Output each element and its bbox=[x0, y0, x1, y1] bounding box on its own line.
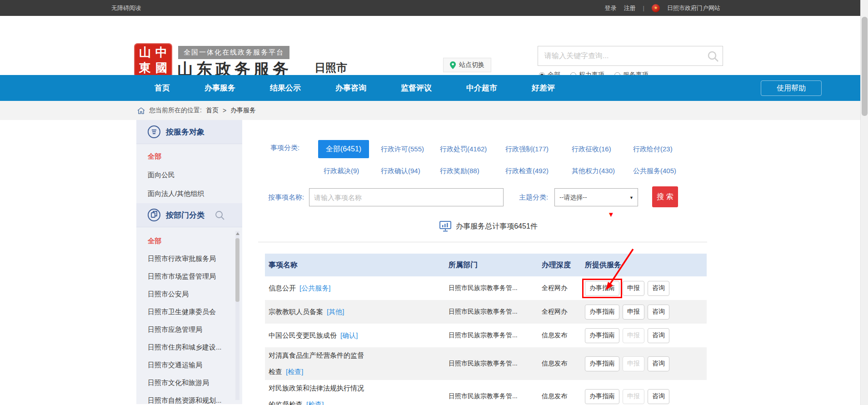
service-button[interactable]: 办事指南 bbox=[585, 328, 619, 343]
category-filter-label: 事项分类: bbox=[270, 144, 299, 152]
service-button[interactable]: 咨询 bbox=[648, 305, 669, 320]
sidebar-item[interactable]: 全部 bbox=[136, 147, 242, 165]
help-button[interactable]: 使用帮助 bbox=[761, 80, 822, 96]
service-button[interactable]: 申报 bbox=[623, 281, 644, 296]
service-button[interactable]: 申报 bbox=[623, 305, 644, 320]
login-link[interactable]: 登录 bbox=[605, 4, 617, 12]
service-button[interactable]: 办事指南 bbox=[585, 356, 619, 371]
sidebar-department-item[interactable]: 日照市卫生健康委员会 bbox=[136, 303, 242, 320]
department-cell: 日照市民族宗教事务管... bbox=[449, 360, 542, 368]
portal-site-link[interactable]: 日照市政府门户网站 bbox=[667, 4, 720, 12]
sidebar-department-item[interactable]: 日照市交通运输局 bbox=[136, 356, 242, 374]
depth-cell: 全程网办 bbox=[542, 284, 585, 292]
service-button[interactable]: 咨询 bbox=[648, 281, 669, 296]
stats-chart-icon bbox=[439, 221, 451, 232]
item-name-wrap: 中国公民变更民族成份[确认] bbox=[269, 327, 369, 344]
topic-category-label: 主题分类: bbox=[519, 188, 548, 206]
sidebar-department-item[interactable]: 日照市住房和城乡建设... bbox=[136, 338, 242, 356]
breadcrumb-separator: > bbox=[223, 107, 226, 114]
sidebar-scrollbar-thumb[interactable] bbox=[235, 238, 239, 302]
sidebar-department-item[interactable]: 日照市市场监督管理局 bbox=[136, 267, 242, 285]
sidebar-department-item[interactable]: 日照市自然资源和规划... bbox=[136, 391, 242, 404]
sidebar-department-item[interactable]: 全部 bbox=[136, 232, 242, 250]
service-button[interactable]: 咨询 bbox=[648, 356, 669, 371]
nav-item[interactable]: 办事服务 bbox=[205, 75, 235, 101]
sidebar-department-item[interactable]: 日照市行政审批服务局 bbox=[136, 250, 242, 267]
table-row: 对民族政策和法律法规执行情况的监督检查[检查]日照市民族宗教事务管...信息发布… bbox=[265, 380, 707, 405]
page-scrollbar-thumb[interactable] bbox=[862, 17, 868, 116]
category-link[interactable]: 行政奖励(88) bbox=[440, 167, 505, 175]
topic-select[interactable]: --请选择-- ▼ bbox=[554, 188, 638, 206]
nav-item[interactable]: 中介超市 bbox=[466, 75, 497, 101]
summary-line: 办事服务总计事项6451件 bbox=[264, 220, 713, 233]
category-link[interactable]: 行政强制(177) bbox=[505, 145, 572, 154]
item-name-input[interactable] bbox=[309, 188, 504, 206]
page-scrollbar[interactable] bbox=[860, 0, 868, 405]
accessibility-link[interactable]: 无障碍阅读 bbox=[111, 4, 141, 12]
sidebar-department-item[interactable]: 日照市应急管理局 bbox=[136, 320, 242, 338]
category-link[interactable]: 公共服务(405) bbox=[633, 167, 688, 175]
category-link[interactable]: 其他权力(430) bbox=[572, 167, 633, 175]
service-button[interactable]: 办事指南 bbox=[585, 305, 619, 320]
register-link[interactable]: 注册 bbox=[624, 4, 636, 12]
main-nav: 首页办事服务结果公示办事咨询监督评议中介超市好差评 使用帮助 bbox=[0, 75, 868, 101]
nav-item[interactable]: 首页 bbox=[155, 75, 170, 101]
services-cell: 办事指南申报咨询 bbox=[585, 328, 707, 343]
services-cell: 办事指南申报咨询 bbox=[585, 305, 707, 320]
search-button[interactable]: 搜 索 bbox=[652, 186, 678, 207]
service-button[interactable]: 咨询 bbox=[648, 328, 669, 343]
sidebar-scrollbar[interactable] bbox=[235, 231, 239, 400]
department-cell: 日照市民族宗教事务管... bbox=[449, 284, 542, 292]
category-link[interactable]: 行政给付(23) bbox=[633, 145, 688, 154]
nav-item[interactable]: 监督评议 bbox=[401, 75, 432, 101]
sidebar-item[interactable]: 面向法人/其他组织 bbox=[136, 184, 242, 203]
service-button[interactable]: 咨询 bbox=[648, 389, 669, 404]
department-cell: 日照市民族宗教事务管... bbox=[449, 308, 542, 316]
category-link[interactable]: 行政裁决(9) bbox=[318, 167, 381, 175]
category-link[interactable]: 行政处罚(4162) bbox=[440, 145, 505, 154]
department-search-icon[interactable] bbox=[215, 210, 225, 220]
item-type-link[interactable]: [检查] bbox=[306, 400, 324, 405]
site-switch-button[interactable]: 站点切换 bbox=[443, 58, 491, 72]
page: 无障碍阅读 登录 注册 | ★ 日照市政府门户网站 山東 中國 全国一体化在线政… bbox=[0, 0, 868, 405]
category-link[interactable]: 行政检查(492) bbox=[505, 167, 572, 175]
keyword-search-input[interactable] bbox=[538, 46, 723, 65]
scroll-up-icon[interactable] bbox=[236, 232, 239, 235]
category-link[interactable]: 行政确认(94) bbox=[381, 167, 440, 175]
home-icon bbox=[137, 107, 145, 114]
item-type-link[interactable]: [其他] bbox=[327, 308, 344, 315]
category-link[interactable]: 行政征收(16) bbox=[572, 145, 633, 154]
item-name-wrap: 对清真食品生产经营条件的监督检查[检查] bbox=[269, 347, 369, 380]
nav-item[interactable]: 结果公示 bbox=[270, 75, 301, 101]
top-utility-bar: 无障碍阅读 登录 注册 | ★ 日照市政府门户网站 bbox=[0, 0, 868, 16]
table-row: 信息公开[公共服务]日照市民族宗教事务管...全程网办办事指南申报咨询 bbox=[265, 276, 707, 300]
item-name-cell: 对清真食品生产经营条件的监督检查[检查] bbox=[265, 347, 449, 380]
item-type-link[interactable]: [确认] bbox=[340, 331, 358, 339]
category-link[interactable]: 行政许可(555) bbox=[381, 145, 440, 154]
sidebar-department-item[interactable]: 日照市文化和旅游局 bbox=[136, 374, 242, 391]
sidebar-item[interactable]: 面向公民 bbox=[136, 165, 242, 184]
depth-cell: 信息发布 bbox=[542, 392, 585, 400]
item-type-link[interactable]: [公共服务] bbox=[299, 284, 330, 292]
nav-item[interactable]: 办事咨询 bbox=[335, 75, 366, 101]
item-name: 宗教教职人员备案 bbox=[269, 308, 323, 315]
search-icon[interactable] bbox=[707, 50, 719, 62]
item-name-cell: 中国公民变更民族成份[确认] bbox=[265, 327, 449, 344]
breadcrumb-home[interactable]: 首页 bbox=[206, 106, 219, 115]
breadcrumb-prefix: 您当前所在的位置: bbox=[149, 106, 202, 115]
divider bbox=[258, 242, 707, 242]
category-chip-selected[interactable]: 全部(6451) bbox=[318, 140, 369, 158]
service-button[interactable]: 办事指南 bbox=[585, 281, 619, 296]
nav-item[interactable]: 好差评 bbox=[532, 75, 555, 101]
services-cell: 办事指南申报咨询 bbox=[585, 281, 707, 296]
shandong-seal-logo: 山東 中國 bbox=[134, 43, 172, 78]
category-filter-list: 全部(6451)行政许可(555)行政处罚(4162)行政强制(177)行政征收… bbox=[318, 138, 688, 182]
item-type-link[interactable]: [检查] bbox=[286, 368, 303, 375]
sidebar-department-item[interactable]: 日照市公安局 bbox=[136, 285, 242, 303]
seal-left-chars: 山東 bbox=[138, 45, 152, 76]
location-pin-icon bbox=[450, 61, 456, 69]
item-name: 信息公开 bbox=[269, 284, 296, 292]
site-switch-label: 站点切换 bbox=[459, 61, 484, 69]
service-button[interactable]: 办事指南 bbox=[585, 389, 619, 404]
topbar-divider: | bbox=[643, 5, 644, 11]
